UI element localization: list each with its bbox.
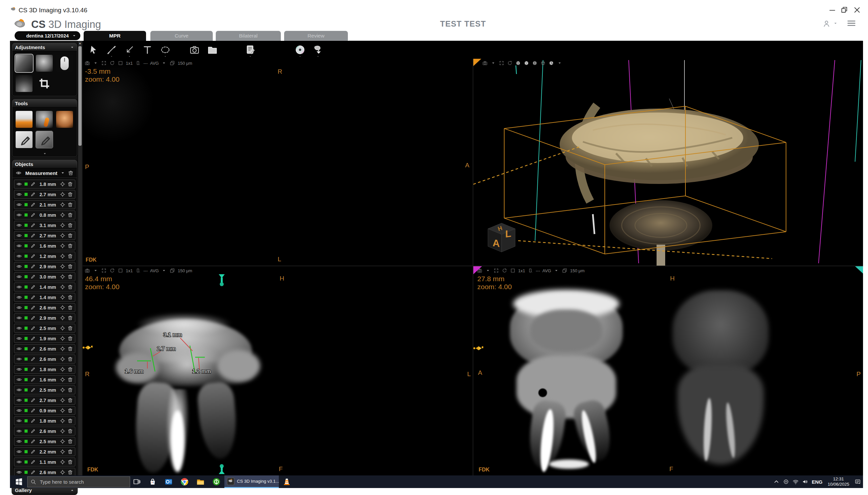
scrollbar-up-arrow[interactable]: ▲ bbox=[78, 41, 82, 46]
search-input[interactable] bbox=[39, 479, 117, 485]
trash-icon[interactable] bbox=[67, 243, 73, 249]
green-square-icon[interactable] bbox=[23, 243, 29, 248]
green-square-icon[interactable] bbox=[23, 408, 29, 413]
trash-icon[interactable] bbox=[67, 222, 73, 228]
trash-icon[interactable] bbox=[67, 387, 73, 393]
measurement-row[interactable]: 1.4 mm bbox=[14, 293, 75, 302]
green-square-icon[interactable] bbox=[23, 192, 29, 197]
tab-bilateral[interactable]: Bilateral bbox=[216, 31, 281, 41]
crosshair-icon[interactable] bbox=[59, 243, 66, 249]
trash-icon[interactable] bbox=[67, 408, 73, 413]
collapse-caret-icon[interactable] bbox=[70, 45, 74, 50]
cube-half-icon[interactable] bbox=[532, 61, 538, 66]
thickness-icon[interactable] bbox=[135, 268, 141, 273]
thickness-icon[interactable] bbox=[135, 61, 141, 66]
green-square-icon[interactable] bbox=[23, 285, 29, 290]
user-caret-down-icon[interactable] bbox=[833, 21, 838, 26]
scrollbar-thumb[interactable] bbox=[78, 46, 82, 146]
eye-icon[interactable] bbox=[16, 346, 22, 352]
slice-handle-top[interactable] bbox=[218, 274, 225, 287]
slice-handle-bottom[interactable] bbox=[218, 463, 225, 475]
jaw-segmentation-button[interactable] bbox=[16, 111, 33, 128]
patient-selector-dropdown[interactable]: dentina 12/17/2024 bbox=[15, 31, 80, 40]
camera-icon[interactable] bbox=[84, 61, 90, 66]
crosshair-icon[interactable] bbox=[59, 408, 66, 413]
mouse-settings-button[interactable] bbox=[56, 55, 73, 72]
tools-expand[interactable] bbox=[12, 152, 77, 157]
measurement-row[interactable]: 2.7 mm bbox=[14, 190, 75, 199]
crosshair-icon[interactable] bbox=[59, 202, 66, 207]
trash-icon[interactable] bbox=[67, 315, 73, 321]
crosshair-icon[interactable] bbox=[59, 449, 66, 455]
eye-icon[interactable] bbox=[16, 428, 22, 434]
crosshair-icon[interactable] bbox=[59, 377, 66, 382]
eye-icon[interactable] bbox=[16, 222, 22, 228]
measurement-row[interactable]: 1.6 mm bbox=[14, 241, 75, 250]
caret-down-icon[interactable] bbox=[161, 61, 167, 66]
crosshair-icon[interactable] bbox=[59, 325, 66, 331]
quickbooks-taskbar-button[interactable] bbox=[208, 475, 224, 488]
green-square-icon[interactable] bbox=[23, 182, 29, 187]
caret-down-icon[interactable] bbox=[490, 61, 496, 66]
caret-down-icon[interactable] bbox=[553, 268, 559, 273]
eye-icon[interactable] bbox=[16, 418, 22, 424]
eye-icon[interactable] bbox=[16, 274, 22, 279]
green-square-icon[interactable] bbox=[23, 254, 29, 259]
layers-icon[interactable] bbox=[169, 61, 175, 66]
camera-icon[interactable] bbox=[84, 268, 90, 273]
crosshair-icon[interactable] bbox=[59, 263, 66, 269]
square-icon[interactable] bbox=[510, 268, 516, 273]
crosshair-icon[interactable] bbox=[59, 253, 66, 259]
trash-icon[interactable] bbox=[67, 459, 73, 465]
measurement-row[interactable]: 3.0 mm bbox=[14, 272, 75, 281]
measurement-row[interactable]: 2.2 mm bbox=[14, 447, 75, 456]
measurement-row[interactable]: 1.9 mm bbox=[14, 334, 75, 343]
crosshair-icon[interactable] bbox=[59, 428, 66, 434]
trash-icon[interactable] bbox=[67, 336, 73, 341]
layers-icon[interactable] bbox=[562, 268, 568, 273]
green-square-icon[interactable] bbox=[23, 367, 29, 372]
eye-icon[interactable] bbox=[16, 305, 22, 310]
green-square-icon[interactable] bbox=[23, 439, 29, 444]
caret-down-icon[interactable] bbox=[161, 268, 167, 273]
green-square-icon[interactable] bbox=[23, 212, 29, 218]
clock[interactable]: 12:31 10/06/2025 bbox=[826, 476, 851, 488]
eye-icon[interactable] bbox=[16, 243, 22, 249]
measurement-row[interactable]: 1.4 mm bbox=[14, 283, 75, 291]
green-square-icon[interactable] bbox=[23, 305, 29, 310]
rotate-icon[interactable] bbox=[109, 268, 115, 273]
measurement-row[interactable]: 2.6 mm bbox=[14, 355, 75, 363]
measurement-row[interactable]: 1.8 mm bbox=[14, 365, 75, 374]
delete-trash-icon[interactable] bbox=[67, 170, 74, 176]
tab-curve[interactable]: Curve bbox=[150, 31, 213, 41]
objects-header[interactable]: Objects bbox=[12, 160, 77, 168]
vlc-media-player-taskbar-button[interactable] bbox=[279, 475, 295, 488]
close-button[interactable] bbox=[852, 5, 862, 15]
cube-open-icon[interactable] bbox=[540, 61, 546, 66]
trash-icon[interactable] bbox=[67, 253, 73, 259]
collapse-caret-up-icon[interactable] bbox=[70, 488, 74, 492]
eye-icon[interactable] bbox=[16, 459, 22, 465]
eye-icon[interactable] bbox=[16, 263, 22, 269]
crosshair-icon[interactable] bbox=[59, 305, 66, 310]
eye-icon[interactable] bbox=[16, 191, 22, 197]
measurement-row[interactable]: 1.6 mm bbox=[14, 375, 75, 384]
viewport-coronal-slice[interactable]: 3.1 mm 2.7 mm 1.6 mm 1.2 mm 1x1---AVG150… bbox=[83, 266, 473, 475]
trash-icon[interactable] bbox=[67, 418, 73, 424]
green-square-icon[interactable] bbox=[23, 295, 29, 300]
viewport-axial-slice[interactable]: 1x1---AVG150 μm -3.5 mm zoom: 4.00 R P A… bbox=[83, 59, 473, 266]
green-square-icon[interactable] bbox=[23, 326, 29, 331]
measurement-row[interactable]: 0.9 mm bbox=[14, 406, 75, 415]
measurement-row[interactable]: 2.6 mm bbox=[14, 344, 75, 353]
orientation-cube[interactable]: A L H bbox=[488, 223, 515, 252]
select-tool[interactable] bbox=[86, 42, 101, 57]
thickness-icon[interactable] bbox=[527, 268, 534, 273]
panoramic-preview-button[interactable] bbox=[16, 75, 33, 92]
sidebar-scrollbar[interactable]: ▲ bbox=[78, 41, 82, 475]
expand-icon[interactable] bbox=[493, 268, 499, 273]
green-square-icon[interactable] bbox=[23, 470, 29, 475]
crosshair-icon[interactable] bbox=[59, 315, 66, 321]
ellipse-tool[interactable] bbox=[158, 42, 173, 57]
trash-icon[interactable] bbox=[67, 274, 73, 279]
action-center-icon[interactable] bbox=[854, 478, 861, 485]
